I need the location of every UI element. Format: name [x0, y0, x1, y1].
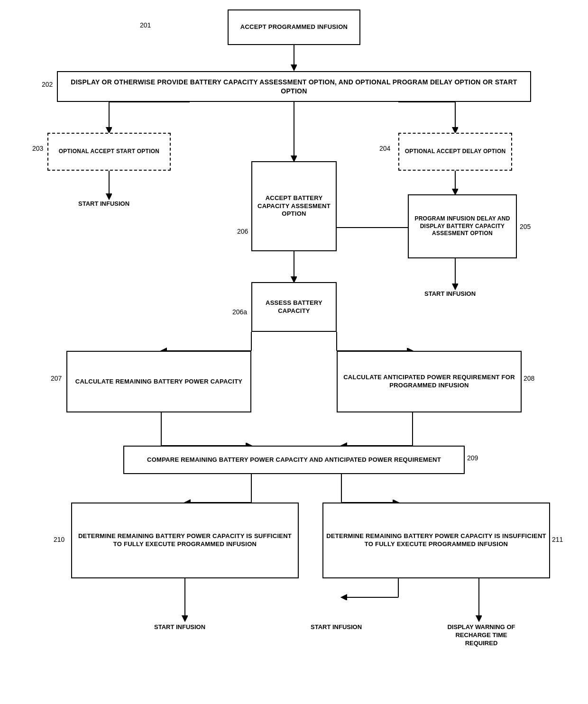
- start-infusion-1: START INFUSION: [78, 200, 129, 207]
- n211-box: DETERMINE REMAINING BATTERY POWER CAPACI…: [322, 503, 550, 578]
- ref-206a: 206a: [232, 308, 247, 316]
- n206-box: ACCEPT BATTERY CAPACITY ASSESMENT OPTION: [251, 161, 337, 251]
- ref-210: 210: [54, 536, 64, 543]
- ref-201: 201: [140, 21, 151, 29]
- ref-207: 207: [51, 375, 62, 382]
- ref-202: 202: [42, 81, 53, 88]
- start-infusion-4: START INFUSION: [311, 623, 362, 631]
- start-box: ACCEPT PROGRAMMED INFUSION: [228, 9, 360, 45]
- flowchart-diagram: ACCEPT PROGRAMMED INFUSION 201 DISPLAY O…: [0, 0, 588, 704]
- n202-box: DISPLAY OR OTHERWISE PROVIDE BATTERY CAP…: [57, 71, 531, 102]
- ref-211: 211: [552, 536, 563, 543]
- ref-208: 208: [524, 375, 534, 382]
- ref-204: 204: [379, 145, 390, 152]
- start-infusion-2: START INFUSION: [424, 290, 476, 297]
- n209-box: COMPARE REMAINING BATTERY POWER CAPACITY…: [123, 446, 465, 474]
- ref-209: 209: [467, 454, 478, 462]
- start-infusion-3: START INFUSION: [154, 623, 205, 631]
- n207-box: CALCULATE REMAINING BATTERY POWER CAPACI…: [66, 351, 251, 412]
- ref-203: 203: [32, 145, 43, 152]
- ref-205: 205: [520, 223, 531, 230]
- n210-box: DETERMINE REMAINING BATTERY POWER CAPACI…: [71, 503, 299, 578]
- n204-box: OPTIONAL ACCEPT DELAY OPTION: [398, 133, 512, 171]
- display-warning: DISPLAY WARNING OF RECHARGE TIME REQUIRE…: [443, 623, 519, 648]
- n205-box: PROGRAM INFUSION DELAY AND DISPLAY BATTE…: [408, 194, 517, 258]
- n206a-box: ASSESS BATTERY CAPACITY: [251, 282, 337, 332]
- n208-box: CALCULATE ANTICIPATED POWER REQUIREMENT …: [337, 351, 522, 412]
- ref-206: 206: [237, 228, 248, 235]
- n203-box: OPTIONAL ACCEPT START OPTION: [47, 133, 171, 171]
